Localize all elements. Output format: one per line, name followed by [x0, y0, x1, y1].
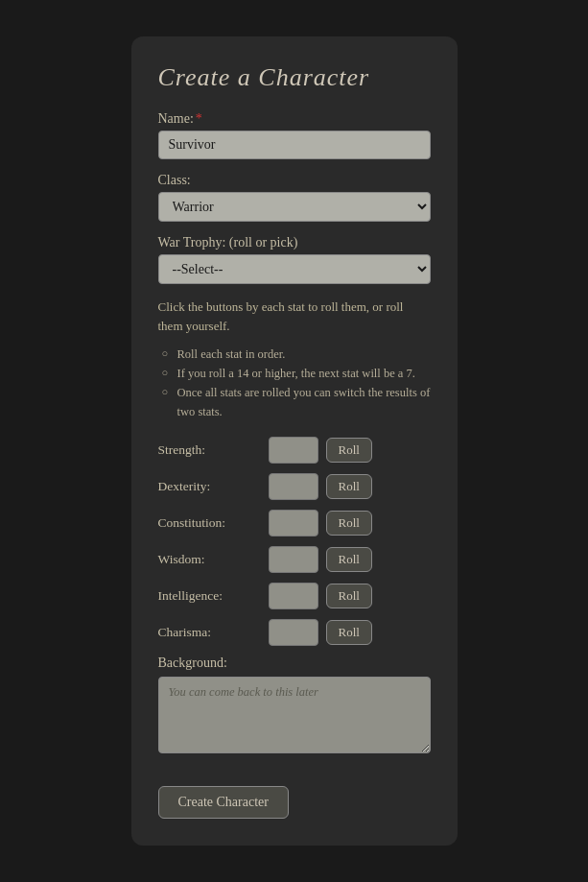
background-textarea[interactable] [158, 677, 431, 753]
rule-item: Once all stats are rolled you can switch… [162, 383, 431, 421]
dexterity-roll-button[interactable]: Roll [326, 474, 372, 499]
create-character-button[interactable]: Create Character [158, 786, 289, 819]
rule-item: Roll each stat in order. [162, 345, 431, 364]
class-group: Class: Warrior Mage Rogue Cleric Ranger [158, 173, 431, 222]
stat-row-wisdom: Wisdom: Roll [158, 546, 431, 573]
background-group: Background: [158, 656, 431, 757]
war-trophy-select[interactable]: --Select-- [158, 254, 431, 284]
wisdom-label: Wisdom: [158, 552, 269, 567]
dexterity-label: Dexterity: [158, 479, 269, 494]
rules-list: Roll each stat in order. If you roll a 1… [158, 345, 431, 421]
stat-row-strength: Strength: Roll [158, 437, 431, 464]
stat-row-intelligence: Intelligence: Roll [158, 583, 431, 609]
intelligence-roll-button[interactable]: Roll [326, 584, 372, 608]
charisma-label: Charisma: [158, 625, 269, 640]
name-input[interactable] [158, 131, 431, 159]
war-trophy-label: War Trophy: (roll or pick) [158, 235, 431, 250]
character-creation-card: Create a Character Name:* Class: Warrior… [131, 36, 458, 846]
strength-value-box [269, 437, 318, 464]
intelligence-value-box [269, 583, 318, 609]
constitution-roll-button[interactable]: Roll [326, 511, 372, 536]
constitution-label: Constitution: [158, 515, 269, 531]
class-select[interactable]: Warrior Mage Rogue Cleric Ranger [158, 192, 431, 222]
strength-roll-button[interactable]: Roll [326, 438, 372, 463]
stat-row-constitution: Constitution: Roll [158, 510, 431, 536]
intelligence-label: Intelligence: [158, 588, 269, 604]
page-title: Create a Character [158, 63, 431, 92]
dexterity-value-box [269, 473, 318, 500]
charisma-value-box [269, 619, 318, 646]
wisdom-roll-button[interactable]: Roll [326, 547, 372, 572]
stat-instructions: Click the buttons by each stat to roll t… [158, 298, 431, 335]
stats-section: Strength: Roll Dexterity: Roll Constitut… [158, 437, 431, 646]
background-label: Background: [158, 656, 431, 671]
class-label: Class: [158, 173, 431, 188]
constitution-value-box [269, 510, 318, 536]
strength-label: Strength: [158, 442, 269, 458]
rule-item: If you roll a 14 or higher, the next sta… [162, 364, 431, 383]
wisdom-value-box [269, 546, 318, 573]
stat-row-dexterity: Dexterity: Roll [158, 473, 431, 500]
stat-row-charisma: Charisma: Roll [158, 619, 431, 646]
name-label: Name:* [158, 111, 431, 127]
charisma-roll-button[interactable]: Roll [326, 620, 372, 645]
war-trophy-group: War Trophy: (roll or pick) --Select-- [158, 235, 431, 284]
name-group: Name:* [158, 111, 431, 159]
